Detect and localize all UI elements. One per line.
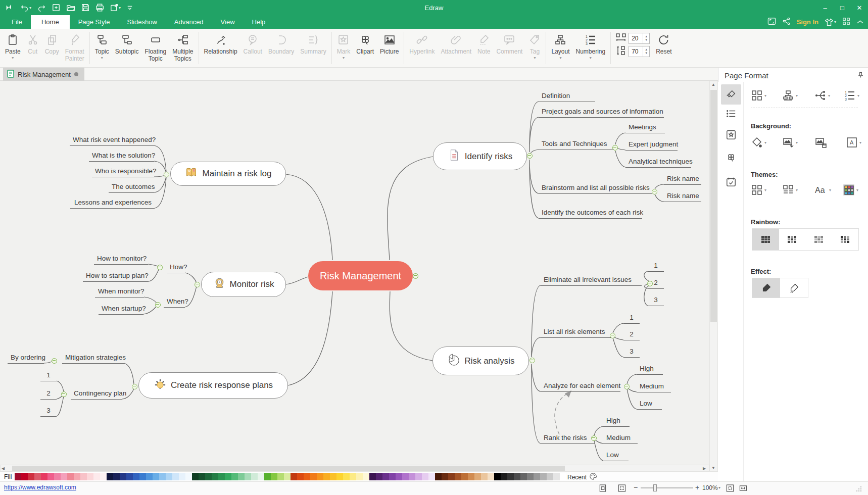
theme-shirt-icon[interactable]: ▾ — [825, 18, 836, 26]
subtopic-node[interactable]: Medium — [603, 433, 638, 444]
subtopic-node[interactable]: The outcomes — [109, 182, 154, 193]
subtopic-node[interactable]: 2 — [623, 330, 640, 340]
color-swatch[interactable] — [369, 473, 376, 480]
collapse-badge[interactable] — [610, 333, 615, 338]
rainbow-option-4[interactable] — [832, 229, 859, 250]
edrawsoft-link[interactable]: https://www.edrawsoft.com — [4, 484, 76, 491]
mark-panel-tab[interactable] — [721, 125, 741, 145]
color-swatch[interactable] — [61, 473, 67, 480]
color-swatch[interactable] — [107, 473, 113, 480]
attachment-button[interactable]: Attachment — [438, 31, 474, 55]
color-swatch[interactable] — [264, 473, 271, 480]
fit-all-icon[interactable] — [618, 484, 626, 494]
color-swatch[interactable] — [297, 473, 304, 480]
subtopic-node[interactable]: When monitor? — [95, 287, 144, 298]
relationship-button[interactable]: Relationship — [201, 31, 240, 55]
open-button[interactable] — [63, 2, 78, 14]
comment-button[interactable]: Comment — [493, 31, 525, 55]
horizontal-scrollbar-thumb[interactable] — [12, 466, 565, 471]
recent-colors[interactable]: Recent — [567, 473, 597, 481]
menu-page-style[interactable]: Page Style — [70, 15, 119, 29]
color-swatch[interactable] — [540, 473, 547, 480]
menu-view[interactable]: View — [212, 15, 244, 29]
subtopic-node[interactable]: What is the solution? — [89, 151, 154, 162]
collapse-badge[interactable] — [155, 302, 161, 308]
fit-page-icon[interactable] — [599, 484, 607, 494]
document-tab[interactable]: Risk Management — [3, 68, 84, 81]
watermark-dropdown[interactable]: A▾ — [846, 136, 861, 148]
subtopic-node[interactable]: Meetings — [625, 123, 665, 133]
floating-topic-button[interactable]: FloatingTopic — [141, 31, 169, 62]
color-swatch[interactable] — [291, 473, 297, 480]
color-swatch[interactable] — [343, 473, 350, 480]
color-swatch[interactable] — [153, 473, 159, 480]
paste-button[interactable]: Paste▾ — [2, 31, 24, 60]
maximize-button[interactable]: □ — [834, 0, 851, 15]
color-swatch[interactable] — [15, 473, 21, 480]
color-swatch[interactable] — [527, 473, 534, 480]
tag-button[interactable]: Tag▾ — [525, 31, 544, 60]
color-swatch[interactable] — [363, 473, 369, 480]
color-swatch[interactable] — [139, 473, 146, 480]
subtopic-node[interactable]: Medium — [637, 382, 671, 392]
task-panel-tab[interactable] — [721, 172, 741, 192]
color-swatch[interactable] — [422, 473, 428, 480]
color-swatch[interactable] — [74, 473, 80, 480]
color-swatch[interactable] — [159, 473, 166, 480]
scroll-up-arrow[interactable]: ▲ — [711, 82, 715, 87]
menu-help[interactable]: Help — [244, 15, 274, 29]
boundary-button[interactable]: Boundary — [265, 31, 297, 55]
color-swatch[interactable] — [133, 473, 139, 480]
color-swatch[interactable] — [468, 473, 474, 480]
color-swatch[interactable] — [409, 473, 415, 480]
multiple-topics-button[interactable]: MultipleTopics — [169, 31, 196, 62]
zoom-out-button[interactable]: − — [634, 483, 638, 491]
color-swatch[interactable] — [507, 473, 514, 480]
save-button[interactable] — [78, 2, 92, 14]
redo-button[interactable] — [34, 2, 49, 14]
remove-background-button[interactable] — [814, 136, 827, 148]
subtopic-node[interactable]: 3 — [623, 347, 640, 358]
collapse-badge[interactable] — [132, 384, 137, 389]
color-swatch[interactable] — [192, 473, 199, 480]
subtopic-node[interactable]: What risk event happened? — [70, 135, 154, 146]
menu-advanced[interactable]: Advanced — [166, 15, 212, 29]
color-swatch[interactable] — [93, 473, 100, 480]
hyperlink-button[interactable]: Hyperlink — [406, 31, 438, 55]
numbering-button[interactable]: 123 Numbering▾ — [572, 31, 608, 60]
color-swatch[interactable] — [277, 473, 284, 480]
color-swatch[interactable] — [534, 473, 540, 480]
undo-button[interactable]: ▾ — [17, 2, 34, 14]
quick-access-more-button[interactable] — [124, 2, 136, 14]
vertical-scrollbar-thumb[interactable] — [710, 90, 717, 322]
subtopic-node[interactable]: Lessons and experiences — [70, 198, 155, 209]
color-swatch[interactable] — [448, 473, 455, 480]
subtopic-node[interactable]: Brainstorm and list all possible risks — [539, 183, 652, 194]
color-swatch[interactable] — [350, 473, 356, 480]
color-swatch[interactable] — [461, 473, 468, 480]
color-swatch[interactable] — [172, 473, 179, 480]
color-swatch[interactable] — [205, 473, 212, 480]
color-swatch[interactable] — [120, 473, 126, 480]
subtopic-node[interactable]: Risk name — [664, 174, 701, 185]
picture-button[interactable]: Picture — [377, 31, 402, 55]
resize-grip[interactable] — [856, 486, 862, 492]
color-swatch[interactable] — [54, 473, 61, 480]
color-swatch[interactable] — [376, 473, 382, 480]
copy-button[interactable]: Copy — [42, 31, 62, 55]
format-brush-tab[interactable] — [721, 84, 741, 105]
menu-file[interactable]: File — [3, 15, 31, 29]
color-swatch[interactable] — [474, 473, 481, 480]
summary-button[interactable]: Summary — [297, 31, 329, 55]
color-swatch[interactable] — [47, 473, 54, 480]
rainbow-option-1[interactable] — [752, 229, 779, 250]
color-swatch[interactable] — [271, 473, 277, 480]
color-swatch[interactable] — [304, 473, 310, 480]
collapse-badge[interactable] — [652, 189, 657, 194]
pin-icon[interactable] — [857, 71, 864, 80]
color-swatch[interactable] — [514, 473, 520, 480]
subtopic-node[interactable]: 3 — [40, 406, 57, 417]
background-fill-dropdown[interactable]: ▾ — [751, 136, 766, 148]
color-swatch[interactable] — [146, 473, 153, 480]
cut-button[interactable]: Cut — [24, 31, 42, 55]
